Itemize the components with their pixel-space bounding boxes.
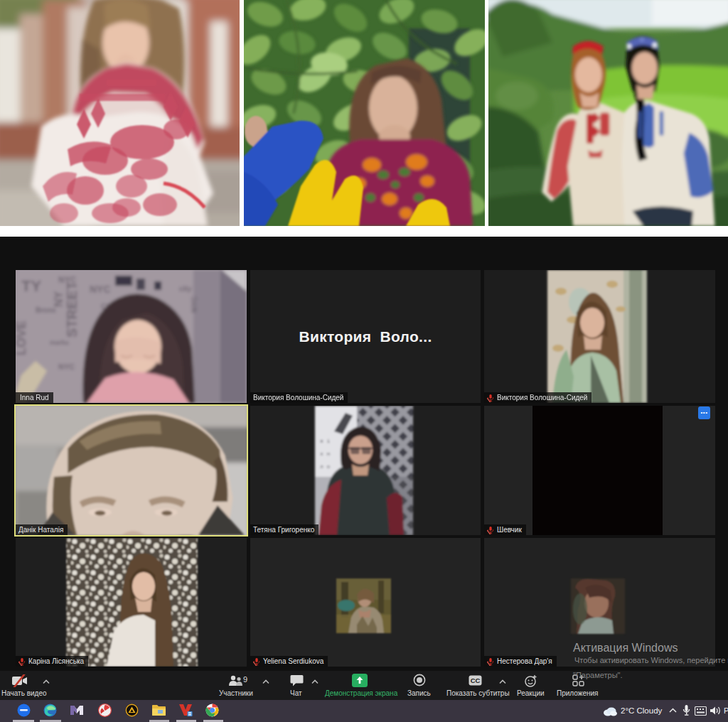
svg-text:л о: л о <box>320 463 331 470</box>
svg-text:city: city <box>179 285 192 293</box>
svg-text:LOVE: LOVE <box>16 320 28 355</box>
svg-text:NYC: NYC <box>90 284 111 295</box>
svg-text:я і: я і <box>320 438 331 444</box>
svg-text:CC: CC <box>471 677 481 684</box>
svg-text:marka: marka <box>50 339 70 346</box>
svg-text:TY: TY <box>21 277 41 295</box>
svg-text:NYC: NYC <box>58 362 75 371</box>
svg-text:STREET: STREET <box>64 281 80 338</box>
svg-text:NY: NY <box>53 291 65 307</box>
svg-text:NYC: NYC <box>190 296 198 313</box>
svg-text:х н: х н <box>320 451 331 457</box>
